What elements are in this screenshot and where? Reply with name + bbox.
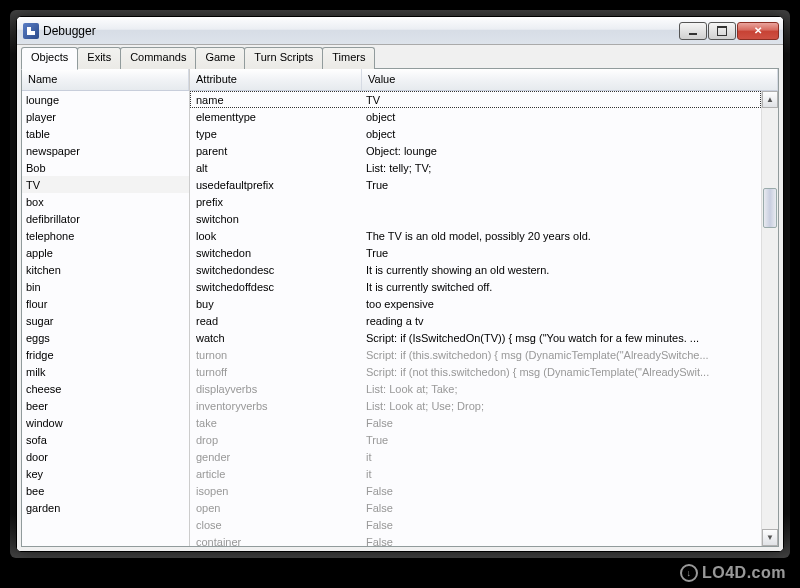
- table-row[interactable]: containerFalse: [190, 533, 761, 546]
- debugger-window: Debugger ObjectsExitsCommandsGameTurn Sc…: [16, 16, 784, 552]
- table-row[interactable]: openFalse: [190, 499, 761, 516]
- minimize-button[interactable]: [679, 22, 707, 40]
- attribute-name: open: [190, 502, 362, 514]
- tab-game[interactable]: Game: [195, 47, 245, 69]
- list-item[interactable]: eggs: [22, 329, 189, 346]
- list-item[interactable]: apple: [22, 244, 189, 261]
- scroll-thumb[interactable]: [763, 188, 777, 228]
- attribute-name: drop: [190, 434, 362, 446]
- table-row[interactable]: switchon: [190, 210, 761, 227]
- table-row[interactable]: inventoryverbsList: Look at; Use; Drop;: [190, 397, 761, 414]
- maximize-button[interactable]: [708, 22, 736, 40]
- attribute-name: turnon: [190, 349, 362, 361]
- table-row[interactable]: typeobject: [190, 125, 761, 142]
- table-row[interactable]: displayverbsList: Look at; Take;: [190, 380, 761, 397]
- table-row[interactable]: usedefaultprefixTrue: [190, 176, 761, 193]
- attribute-value: False: [362, 519, 761, 531]
- table-row[interactable]: articleit: [190, 465, 761, 482]
- list-item[interactable]: kitchen: [22, 261, 189, 278]
- list-item[interactable]: table: [22, 125, 189, 142]
- table-row[interactable]: takeFalse: [190, 414, 761, 431]
- table-row[interactable]: closeFalse: [190, 516, 761, 533]
- list-item[interactable]: telephone: [22, 227, 189, 244]
- scrollbar[interactable]: ▲ ▼: [761, 91, 778, 546]
- attribute-value: it: [362, 451, 761, 463]
- list-item[interactable]: sugar: [22, 312, 189, 329]
- list-item[interactable]: newspaper: [22, 142, 189, 159]
- close-button[interactable]: [737, 22, 779, 40]
- list-item[interactable]: cheese: [22, 380, 189, 397]
- list-item[interactable]: door: [22, 448, 189, 465]
- list-item[interactable]: TV: [22, 176, 189, 193]
- window-title: Debugger: [43, 24, 679, 38]
- attribute-name: alt: [190, 162, 362, 174]
- table-row[interactable]: dropTrue: [190, 431, 761, 448]
- table-row[interactable]: genderit: [190, 448, 761, 465]
- table-row[interactable]: parentObject: lounge: [190, 142, 761, 159]
- attribute-name: switchedoffdesc: [190, 281, 362, 293]
- table-row[interactable]: readreading a tv: [190, 312, 761, 329]
- list-item[interactable]: milk: [22, 363, 189, 380]
- table-row[interactable]: turnonScript: if (this.switchedon) { msg…: [190, 346, 761, 363]
- list-item[interactable]: key: [22, 465, 189, 482]
- download-icon: ↓: [680, 564, 698, 582]
- table-row[interactable]: isopenFalse: [190, 482, 761, 499]
- titlebar[interactable]: Debugger: [17, 17, 783, 45]
- list-item[interactable]: fridge: [22, 346, 189, 363]
- attribute-name: usedefaultprefix: [190, 179, 362, 191]
- objects-panel: Name loungeplayertablenewspaperBobTVboxd…: [22, 69, 190, 546]
- objects-list[interactable]: loungeplayertablenewspaperBobTVboxdefibr…: [22, 91, 189, 546]
- list-item[interactable]: player: [22, 108, 189, 125]
- list-item[interactable]: defibrillator: [22, 210, 189, 227]
- list-item[interactable]: bee: [22, 482, 189, 499]
- attribute-name: switchedon: [190, 247, 362, 259]
- attribute-value: True: [362, 179, 761, 191]
- table-row[interactable]: switchedondescIt is currently showing an…: [190, 261, 761, 278]
- list-item[interactable]: flour: [22, 295, 189, 312]
- list-item[interactable]: bin: [22, 278, 189, 295]
- tab-commands[interactable]: Commands: [120, 47, 196, 69]
- attribute-name: name: [190, 94, 362, 106]
- table-row[interactable]: prefix: [190, 193, 761, 210]
- scroll-down-button[interactable]: ▼: [762, 529, 778, 546]
- attributes-list[interactable]: nameTVelementtypeobjecttypeobjectparentO…: [190, 91, 761, 546]
- attribute-value: The TV is an old model, possibly 20 year…: [362, 230, 761, 242]
- list-item[interactable]: beer: [22, 397, 189, 414]
- attribute-value: object: [362, 111, 761, 123]
- table-row[interactable]: switchedonTrue: [190, 244, 761, 261]
- list-item[interactable]: lounge: [22, 91, 189, 108]
- attribute-value: False: [362, 502, 761, 514]
- attribute-name: close: [190, 519, 362, 531]
- table-row[interactable]: buytoo expensive: [190, 295, 761, 312]
- list-item[interactable]: window: [22, 414, 189, 431]
- tab-timers[interactable]: Timers: [322, 47, 375, 69]
- list-item[interactable]: sofa: [22, 431, 189, 448]
- attribute-value: True: [362, 434, 761, 446]
- attribute-name: watch: [190, 332, 362, 344]
- name-column-header[interactable]: Name: [22, 69, 189, 90]
- attribute-column-header[interactable]: Attribute: [190, 69, 362, 90]
- watermark: ↓ LO4D.com: [680, 564, 786, 582]
- tab-turn-scripts[interactable]: Turn Scripts: [244, 47, 323, 69]
- attribute-name: switchedondesc: [190, 264, 362, 276]
- attribute-value: TV: [362, 94, 761, 106]
- attribute-value: False: [362, 485, 761, 497]
- list-item[interactable]: box: [22, 193, 189, 210]
- table-row[interactable]: altList: telly; TV;: [190, 159, 761, 176]
- attribute-value: False: [362, 536, 761, 547]
- scroll-up-button[interactable]: ▲: [762, 91, 778, 108]
- attribute-value: Script: if (IsSwitchedOn(TV)) { msg ("Yo…: [362, 332, 761, 344]
- table-row[interactable]: switchedoffdescIt is currently switched …: [190, 278, 761, 295]
- tab-exits[interactable]: Exits: [77, 47, 121, 69]
- table-row[interactable]: watchScript: if (IsSwitchedOn(TV)) { msg…: [190, 329, 761, 346]
- tab-objects[interactable]: Objects: [21, 47, 78, 70]
- list-item[interactable]: garden: [22, 499, 189, 516]
- list-item[interactable]: Bob: [22, 159, 189, 176]
- table-row[interactable]: lookThe TV is an old model, possibly 20 …: [190, 227, 761, 244]
- table-row[interactable]: elementtypeobject: [190, 108, 761, 125]
- attribute-name: buy: [190, 298, 362, 310]
- table-row[interactable]: turnoffScript: if (not this.switchedon) …: [190, 363, 761, 380]
- table-row[interactable]: nameTV: [190, 91, 761, 108]
- attribute-name: article: [190, 468, 362, 480]
- value-column-header[interactable]: Value: [362, 69, 778, 90]
